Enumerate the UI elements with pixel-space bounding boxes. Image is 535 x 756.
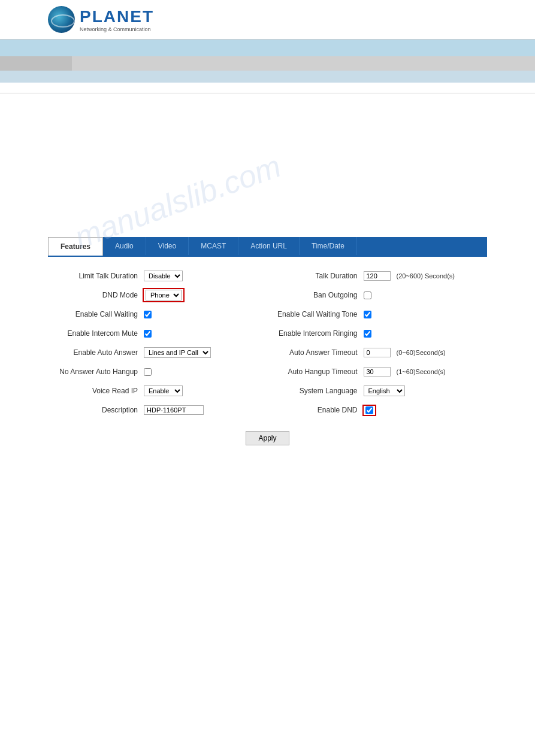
label-system-language: System Language — [268, 387, 364, 395]
row-limit-talk-duration: Limit Talk Duration DisableEnable — [48, 269, 268, 283]
control-voice-read-ip: EnableDisable — [144, 385, 183, 396]
main-content: Features Audio Video MCAST Action URL Ti… — [0, 225, 535, 457]
form-right: Talk Duration (20~600) Second(s) Ban Out… — [268, 269, 488, 422]
control-auto-answer-timeout: (0~60)Second(s) — [364, 348, 446, 357]
label-enable-auto-answer: Enable Auto Answer — [48, 348, 144, 357]
fourth-bar — [0, 83, 535, 93]
tab-features[interactable]: Features — [48, 237, 103, 256]
logo-text: PLANET Networking & Communication — [80, 7, 154, 32]
control-enable-dnd — [364, 406, 375, 415]
label-voice-read-ip: Voice Read IP — [48, 387, 144, 395]
hint-talk-duration: (20~600) Second(s) — [397, 272, 455, 280]
select-voice-read-ip[interactable]: EnableDisable — [144, 385, 183, 396]
label-enable-intercom-ringing: Enable Intercom Ringing — [268, 329, 364, 338]
row-description: Description — [48, 403, 268, 417]
row-enable-call-waiting-tone: Enable Call Waiting Tone — [268, 307, 488, 321]
label-talk-duration: Talk Duration — [268, 272, 364, 280]
third-bar — [0, 71, 535, 83]
logo-area: PLANET Networking & Communication — [48, 6, 154, 33]
second-bar-right — [72, 56, 535, 71]
label-auto-hangup-timeout: Auto Hangup Timeout — [268, 368, 364, 376]
row-enable-dnd: Enable DND — [268, 403, 488, 417]
input-description[interactable] — [144, 405, 204, 415]
checkbox-ban-outgoing[interactable] — [364, 292, 371, 299]
row-enable-call-waiting: Enable Call Waiting — [48, 307, 268, 321]
control-ban-outgoing — [364, 292, 371, 299]
control-description — [144, 405, 204, 415]
select-enable-auto-answer[interactable]: Lines and IP CallNoneLinesIP Call — [144, 347, 211, 358]
checkbox-enable-dnd[interactable] — [365, 406, 373, 414]
logo-planet: PLANET — [80, 7, 154, 26]
row-auto-answer-timeout: Auto Answer Timeout (0~60)Second(s) — [268, 345, 488, 360]
tabs-bar: Features Audio Video MCAST Action URL Ti… — [48, 237, 487, 257]
tab-action-url[interactable]: Action URL — [238, 237, 300, 255]
input-auto-answer-timeout[interactable] — [364, 348, 391, 357]
select-system-language[interactable]: EnglishChineseFrenchGerman — [364, 385, 405, 396]
control-enable-intercom-ringing — [364, 330, 371, 338]
checkbox-enable-intercom-ringing[interactable] — [364, 330, 371, 338]
select-limit-talk-duration[interactable]: DisableEnable — [144, 271, 183, 281]
row-talk-duration: Talk Duration (20~600) Second(s) — [268, 269, 488, 283]
spacer: manualslib.com — [0, 93, 535, 225]
control-enable-call-waiting-tone — [364, 311, 371, 318]
label-no-answer-auto-hangup: No Answer Auto Hangup — [48, 368, 144, 376]
row-enable-intercom-mute: Enable Intercom Mute — [48, 326, 268, 341]
input-auto-hangup-timeout[interactable] — [364, 367, 391, 377]
logo-globe — [48, 6, 75, 33]
checkbox-enable-call-waiting-tone[interactable] — [364, 311, 371, 318]
second-bar — [0, 56, 535, 71]
label-auto-answer-timeout: Auto Answer Timeout — [268, 348, 364, 357]
checkbox-enable-call-waiting[interactable] — [144, 311, 152, 318]
label-enable-call-waiting: Enable Call Waiting — [48, 310, 144, 318]
tab-audio[interactable]: Audio — [103, 237, 146, 255]
label-enable-call-waiting-tone: Enable Call Waiting Tone — [268, 310, 364, 318]
row-dnd-mode: DND Mode PhoneLineNone — [48, 288, 268, 302]
control-auto-hangup-timeout: (1~60)Second(s) — [364, 367, 446, 377]
checkbox-enable-intercom-mute[interactable] — [144, 330, 152, 338]
checkbox-no-answer-auto-hangup[interactable] — [144, 368, 152, 376]
control-no-answer-auto-hangup — [144, 368, 152, 376]
label-description: Description — [48, 406, 144, 414]
label-ban-outgoing: Ban Outgoing — [268, 291, 364, 299]
label-enable-intercom-mute: Enable Intercom Mute — [48, 329, 144, 338]
row-enable-intercom-ringing: Enable Intercom Ringing — [268, 326, 488, 341]
second-bar-left — [0, 56, 72, 71]
apply-button[interactable]: Apply — [246, 431, 289, 445]
input-talk-duration[interactable] — [364, 271, 391, 281]
top-bar — [0, 40, 535, 56]
hint-auto-hangup-timeout: (1~60)Second(s) — [397, 368, 446, 375]
select-dnd-mode[interactable]: PhoneLineNone — [146, 290, 182, 300]
row-auto-hangup-timeout: Auto Hangup Timeout (1~60)Second(s) — [268, 365, 488, 379]
form-section: Limit Talk Duration DisableEnable DND Mo… — [48, 269, 487, 422]
row-enable-auto-answer: Enable Auto Answer Lines and IP CallNone… — [48, 345, 268, 360]
control-enable-intercom-mute — [144, 330, 152, 338]
header: PLANET Networking & Communication — [0, 0, 535, 40]
control-limit-talk-duration: DisableEnable — [144, 271, 183, 281]
label-limit-talk-duration: Limit Talk Duration — [48, 272, 144, 280]
apply-btn-area: Apply — [48, 431, 487, 445]
control-enable-auto-answer: Lines and IP CallNoneLinesIP Call — [144, 347, 211, 358]
control-talk-duration: (20~600) Second(s) — [364, 271, 455, 281]
row-system-language: System Language EnglishChineseFrenchGerm… — [268, 384, 488, 398]
row-voice-read-ip: Voice Read IP EnableDisable — [48, 384, 268, 398]
row-ban-outgoing: Ban Outgoing — [268, 288, 488, 302]
form-left: Limit Talk Duration DisableEnable DND Mo… — [48, 269, 268, 422]
label-enable-dnd: Enable DND — [268, 406, 364, 414]
control-dnd-mode: PhoneLineNone — [144, 289, 183, 301]
logo-sub: Networking & Communication — [80, 26, 154, 32]
tab-video[interactable]: Video — [146, 237, 189, 255]
tab-time-date[interactable]: Time/Date — [300, 237, 357, 255]
row-no-answer-auto-hangup: No Answer Auto Hangup — [48, 365, 268, 379]
hint-auto-answer-timeout: (0~60)Second(s) — [397, 349, 446, 356]
control-system-language: EnglishChineseFrenchGerman — [364, 385, 405, 396]
tab-mcast[interactable]: MCAST — [189, 237, 238, 255]
label-dnd-mode: DND Mode — [48, 291, 144, 299]
control-enable-call-waiting — [144, 311, 152, 318]
